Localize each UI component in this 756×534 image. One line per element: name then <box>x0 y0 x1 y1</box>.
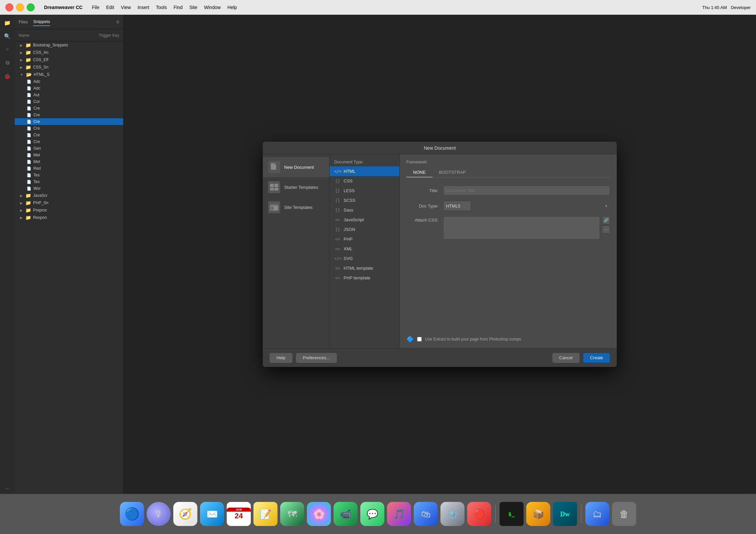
sidebar-menu-icon[interactable]: ≡ <box>116 19 119 25</box>
git-icon[interactable]: ⑂ <box>2 44 13 55</box>
dock-notes[interactable]: 📝 <box>253 502 277 526</box>
dock-finder-2[interactable]: 🗂 <box>585 502 609 526</box>
attach-css-box[interactable] <box>443 216 600 240</box>
menu-site[interactable]: Site <box>189 5 197 10</box>
tab-none[interactable]: NONE <box>406 168 432 177</box>
list-item[interactable]: 📄 Met <box>15 158 123 165</box>
title-input[interactable] <box>443 185 610 195</box>
doc-type-css[interactable]: {} CSS <box>330 176 399 186</box>
list-item[interactable]: 📄 Cre <box>15 118 123 125</box>
menu-find[interactable]: Find <box>174 5 183 10</box>
menu-view[interactable]: View <box>121 5 131 10</box>
framework-tabs: NONE BOOTSTRAP <box>406 168 610 177</box>
dock-ubar[interactable]: 🔴 <box>467 502 491 526</box>
list-item[interactable]: ▶ 📁 Preproc <box>15 207 123 214</box>
list-item[interactable]: ▶ 📁 JavaScr <box>15 192 123 199</box>
dock-terminal[interactable]: $_ <box>500 502 524 526</box>
list-item[interactable]: 📄 Red <box>15 165 123 172</box>
list-item[interactable]: ▶ 📁 Bootstrap_Snippets <box>15 41 123 49</box>
list-item[interactable]: 📄 Tex <box>15 178 123 185</box>
close-button[interactable] <box>5 3 13 11</box>
doctype-label: Doc Type: <box>406 204 443 209</box>
list-item[interactable]: ▼ 📂 HTML_S <box>15 71 123 78</box>
files-icon[interactable]: 📁 <box>2 17 13 28</box>
category-site[interactable]: Site Templates <box>263 197 329 217</box>
doc-type-json[interactable]: {} JSON <box>330 225 399 234</box>
list-item[interactable]: 📄 Cre <box>15 105 123 112</box>
menu-help[interactable]: Help <box>227 5 237 10</box>
debug-icon[interactable]: 🐞 <box>2 71 13 82</box>
maximize-button[interactable] <box>27 3 35 11</box>
doc-type-php[interactable]: <> PHP <box>330 234 399 244</box>
list-item[interactable]: 📄 Wor <box>15 185 123 192</box>
dock-calendar[interactable]: JAN 24 <box>227 502 251 526</box>
list-item[interactable]: 📄 Adc <box>15 85 123 92</box>
dock-siri[interactable]: 🎙 <box>147 502 171 526</box>
list-item[interactable]: ▶ 📁 CSS_Sn <box>15 63 123 71</box>
doc-type-svg[interactable]: </> SVG <box>330 254 399 263</box>
cancel-button[interactable]: Cancel <box>552 353 580 363</box>
extensions-icon[interactable]: ⧉ <box>2 57 13 68</box>
category-starter[interactable]: Starter Templates <box>263 177 329 197</box>
minimize-button[interactable] <box>16 3 24 11</box>
doc-type-js[interactable]: <> JavaScript <box>330 215 399 225</box>
list-item[interactable]: 📄 Met <box>15 152 123 158</box>
folder-icon: 📁 <box>25 57 31 62</box>
item-label: Gen <box>33 146 41 151</box>
dock-photos[interactable]: 🌸 <box>307 502 331 526</box>
list-item[interactable]: ▶ 📁 CSS_An <box>15 49 123 56</box>
preferences-button[interactable]: Preferences... <box>296 353 337 363</box>
dock-mail[interactable]: ✉️ <box>200 502 224 526</box>
dock-appstore[interactable]: 🛍 <box>414 502 438 526</box>
list-item[interactable]: 📄 Gen <box>15 145 123 152</box>
category-new-doc[interactable]: New Document <box>263 157 329 177</box>
doc-type-xml[interactable]: <> XML <box>330 244 399 254</box>
tab-files[interactable]: Files <box>19 18 28 26</box>
clock: Thu 1:45 AM <box>702 5 727 10</box>
search-icon[interactable]: 🔍 <box>2 31 13 41</box>
developer-mode[interactable]: Developer <box>731 5 751 10</box>
dock-settings[interactable]: ⚙️ <box>440 502 464 526</box>
list-item[interactable]: ▶ 📁 PHP_Sn <box>15 199 123 207</box>
dock-messages[interactable]: 💬 <box>360 502 384 526</box>
list-item[interactable]: 📄 Cre <box>15 125 123 132</box>
menu-tools[interactable]: Tools <box>156 5 167 10</box>
doc-type-less[interactable]: {} LESS <box>330 186 399 195</box>
doc-type-sass[interactable]: {} Sass <box>330 205 399 215</box>
tab-bootstrap[interactable]: BOOTSTRAP <box>432 168 472 177</box>
doc-type-php-template[interactable]: <> PHP template <box>330 273 399 283</box>
list-item[interactable]: 📄 Adc <box>15 78 123 85</box>
dock-dreamweaver[interactable]: Dw <box>553 502 577 526</box>
create-button[interactable]: Create <box>583 353 610 363</box>
doc-type-scss[interactable]: {} SCSS <box>330 195 399 205</box>
menu-window[interactable]: Window <box>204 5 221 10</box>
menu-edit[interactable]: Edit <box>106 5 114 10</box>
attach-link-button[interactable]: 🔗 <box>602 216 610 224</box>
list-item[interactable]: ▶ 📁 CSS_Eff <box>15 56 123 63</box>
dock-facetime[interactable]: 📹 <box>334 502 358 526</box>
list-item[interactable]: 📄 Aut <box>15 92 123 98</box>
dock-safari[interactable]: 🧭 <box>173 502 197 526</box>
list-item[interactable]: 📄 Cor <box>15 98 123 105</box>
dock-music[interactable]: 🎵 <box>387 502 411 526</box>
arrow-icon: ▼ <box>20 73 23 77</box>
list-item[interactable]: 📄 Cre <box>15 132 123 138</box>
tab-snippets[interactable]: Snippets <box>33 18 50 26</box>
dock-pkg[interactable]: 📦 <box>526 502 550 526</box>
doc-type-html[interactable]: </> HTML <box>330 166 399 176</box>
list-item[interactable]: 📄 Tes <box>15 172 123 178</box>
doctype-select[interactable]: HTML5 HTML 4.01 XHTML 1.0 XHTML 1.1 <box>443 201 471 211</box>
list-item[interactable]: 📄 Cre <box>15 112 123 118</box>
menu-file[interactable]: File <box>92 5 100 10</box>
doc-type-html-template[interactable]: <> HTML template <box>330 263 399 273</box>
dock-trash[interactable]: 🗑 <box>612 502 636 526</box>
dock-maps[interactable]: 🗺 <box>280 502 304 526</box>
list-item[interactable]: ▶ 📁 Respon <box>15 214 123 221</box>
attach-remove-button[interactable]: − <box>602 226 610 234</box>
list-item[interactable]: 📄 Cre <box>15 138 123 145</box>
help-button[interactable]: Help <box>269 353 293 363</box>
menu-insert[interactable]: Insert <box>138 5 149 10</box>
extract-checkbox[interactable] <box>417 337 422 342</box>
more-icon[interactable]: ··· <box>2 483 13 494</box>
dock-finder[interactable]: 🔵 <box>120 502 144 526</box>
